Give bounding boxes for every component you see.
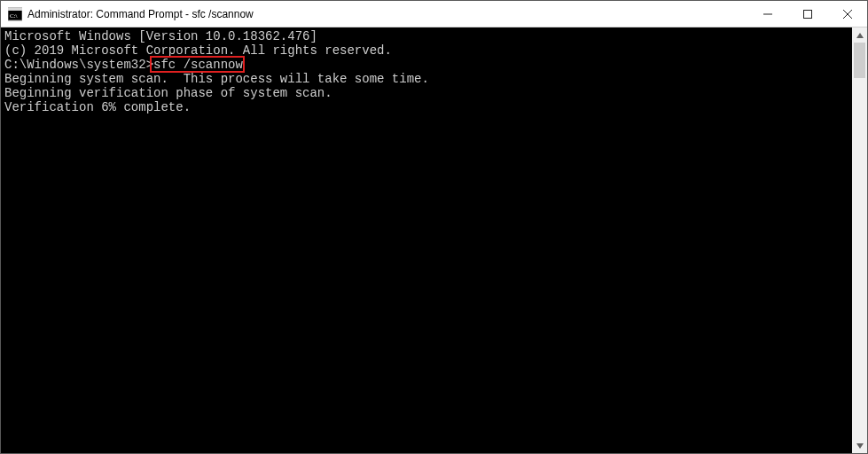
window-title: Administrator: Command Prompt - sfc /sca… xyxy=(27,8,254,20)
output-line: Verification 6% complete. xyxy=(4,100,852,114)
cmd-icon: C:\ xyxy=(8,7,22,21)
command-text: sfc /scannow xyxy=(153,58,243,72)
output-line: (c) 2019 Microsoft Corporation. All righ… xyxy=(4,43,852,58)
terminal-output[interactable]: Microsoft Windows [Version 10.0.18362.47… xyxy=(1,27,852,453)
output-line: Beginning system scan. This process will… xyxy=(4,72,852,86)
scrollbar-thumb[interactable] xyxy=(854,43,865,78)
client-area: Microsoft Windows [Version 10.0.18362.47… xyxy=(1,27,867,453)
vertical-scrollbar[interactable] xyxy=(852,27,867,453)
prompt-line: C:\Windows\system32>sfc /scannow xyxy=(4,58,852,72)
svg-rect-4 xyxy=(803,10,811,18)
svg-text:C:\: C:\ xyxy=(10,12,18,20)
scrollbar-track[interactable] xyxy=(852,43,867,438)
titlebar[interactable]: C:\ Administrator: Command Prompt - sfc … xyxy=(1,1,867,27)
svg-marker-8 xyxy=(856,443,864,449)
svg-marker-7 xyxy=(856,33,864,38)
svg-rect-1 xyxy=(8,8,22,11)
command-prompt-window: C:\ Administrator: Command Prompt - sfc … xyxy=(0,0,868,454)
scroll-up-button[interactable] xyxy=(852,27,867,43)
output-line: Microsoft Windows [Version 10.0.18362.47… xyxy=(4,29,852,43)
prompt-text: C:\Windows\system32> xyxy=(4,58,153,72)
output-line: Beginning verification phase of system s… xyxy=(4,86,852,100)
close-button[interactable] xyxy=(827,1,867,27)
scroll-down-button[interactable] xyxy=(852,438,867,453)
minimize-button[interactable] xyxy=(747,1,787,27)
maximize-button[interactable] xyxy=(787,1,827,27)
